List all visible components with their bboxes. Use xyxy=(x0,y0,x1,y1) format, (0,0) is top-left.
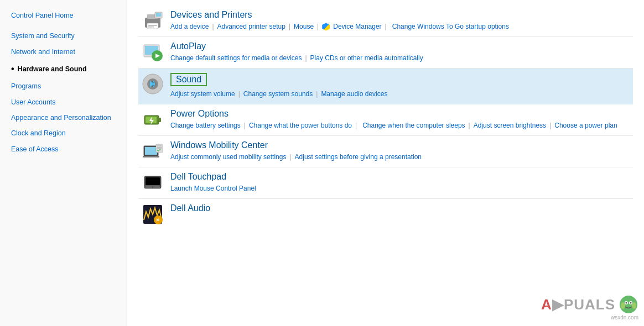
play-cds-link[interactable]: Play CDs or other media automatically xyxy=(310,53,423,64)
svg-rect-6 xyxy=(156,13,161,17)
screen-brightness-link[interactable]: Adjust screen brightness xyxy=(474,120,546,131)
launch-mouse-panel-link[interactable]: Launch Mouse Control Panel xyxy=(170,183,256,194)
touchpad-title[interactable]: Dell Touchpad xyxy=(170,172,630,182)
change-default-settings-link[interactable]: Change default settings for media or dev… xyxy=(170,53,302,64)
svg-rect-15 xyxy=(159,118,161,122)
watermark-logo: A▶PUALS xyxy=(541,296,615,313)
computer-sleeps-link[interactable]: Change when the computer sleeps xyxy=(362,120,465,131)
add-device-link[interactable]: Add a device xyxy=(170,22,209,32)
devices-printers-links: Add a device | Advanced printer setup | … xyxy=(170,22,630,32)
sound-title[interactable]: Sound xyxy=(176,75,201,84)
section-dell-touchpad: Dell Touchpad Launch Mouse Control Panel xyxy=(138,167,633,199)
sidebar-item-hardware-sound[interactable]: Hardware and Sound xyxy=(0,60,127,78)
sidebar-item-appearance[interactable]: Appearance and Personalization xyxy=(0,111,127,126)
sidebar-item-programs[interactable]: Programs xyxy=(0,78,127,94)
sound-title-box: Sound xyxy=(170,73,207,86)
windows-to-go-link[interactable]: Change Windows To Go startup options xyxy=(392,22,509,32)
svg-rect-2 xyxy=(147,23,158,29)
svg-rect-3 xyxy=(148,25,157,26)
manage-audio-link[interactable]: Manage audio devices xyxy=(321,89,387,99)
section-devices-printers: Devices and Printers Add a device | Adva… xyxy=(138,6,633,37)
autoplay-links: Change default settings for media or dev… xyxy=(170,53,630,64)
power-icon xyxy=(142,109,164,131)
watermark-mascot-icon xyxy=(619,295,638,314)
svg-point-38 xyxy=(632,302,636,309)
section-sound: Sound Adjust system volume | Change syst… xyxy=(138,69,633,104)
adjust-volume-link[interactable]: Adjust system volume xyxy=(170,89,235,99)
dell-audio-icon xyxy=(142,203,164,225)
svg-rect-28 xyxy=(153,186,160,188)
power-content: Power Options Change battery settings | … xyxy=(170,109,630,131)
section-autoplay: AutoPlay Change default settings for med… xyxy=(138,37,633,69)
dell-audio-title[interactable]: Dell Audio xyxy=(170,203,630,213)
mobility-links: Adjust commonly used mobility settings |… xyxy=(170,152,630,162)
svg-point-36 xyxy=(630,302,632,304)
watermark: A▶PUALS wsxdn.com xyxy=(541,295,638,320)
sidebar-item-user-accounts[interactable]: User Accounts xyxy=(0,94,127,111)
power-links: Change battery settings | Change what th… xyxy=(170,120,630,131)
change-sounds-link[interactable]: Change system sounds xyxy=(243,89,313,99)
autoplay-title[interactable]: AutoPlay xyxy=(170,41,630,51)
svg-rect-20 xyxy=(143,156,159,157)
power-plan-link[interactable]: Choose a power plan xyxy=(554,120,617,131)
power-buttons-link[interactable]: Change what the power buttons do xyxy=(249,120,352,131)
watermark-site: wsxdn.com xyxy=(611,314,638,320)
sound-links: Adjust system volume | Change system sou… xyxy=(170,89,630,99)
dell-audio-content: Dell Audio xyxy=(170,203,630,215)
touchpad-links: Launch Mouse Control Panel xyxy=(170,183,630,194)
mobility-content: Windows Mobility Center Adjust commonly … xyxy=(170,140,630,162)
section-power-options: Power Options Change battery settings | … xyxy=(138,104,633,136)
sidebar-item-control-panel-home[interactable]: Control Panel Home xyxy=(0,8,127,24)
touchpad-content: Dell Touchpad Launch Mouse Control Panel xyxy=(170,172,630,194)
svg-rect-4 xyxy=(148,27,154,28)
section-mobility-center: Windows Mobility Center Adjust commonly … xyxy=(138,136,633,167)
touchpad-icon xyxy=(142,172,164,194)
advanced-printer-setup-link[interactable]: Advanced printer setup xyxy=(217,22,285,32)
sidebar-item-clock-region[interactable]: Clock and Region xyxy=(0,125,127,141)
sound-icon xyxy=(142,73,164,95)
sidebar-item-ease-access[interactable]: Ease of Access xyxy=(0,141,127,157)
sidebar: Control Panel Home System and Security N… xyxy=(0,0,127,326)
svg-rect-27 xyxy=(146,186,153,188)
svg-point-35 xyxy=(626,302,627,304)
sidebar-item-network-internet[interactable]: Network and Internet xyxy=(0,44,127,60)
mobility-title[interactable]: Windows Mobility Center xyxy=(170,140,630,150)
presentation-link[interactable]: Adjust settings before giving a presenta… xyxy=(295,152,422,162)
main-content: Devices and Printers Add a device | Adva… xyxy=(127,0,644,326)
shield-icon xyxy=(322,23,330,31)
autoplay-icon xyxy=(142,41,164,64)
sidebar-item-system-security[interactable]: System and Security xyxy=(0,28,127,44)
power-title[interactable]: Power Options xyxy=(170,109,630,119)
sound-content: Sound Adjust system volume | Change syst… xyxy=(170,73,630,99)
change-battery-link[interactable]: Change battery settings xyxy=(170,120,241,131)
svg-rect-26 xyxy=(146,177,160,185)
mobility-icon xyxy=(142,140,164,162)
autoplay-content: AutoPlay Change default settings for med… xyxy=(170,41,630,64)
svg-rect-19 xyxy=(145,147,157,155)
mobility-settings-link[interactable]: Adjust commonly used mobility settings xyxy=(170,152,286,162)
device-manager-link[interactable]: Device Manager xyxy=(333,22,381,32)
mouse-link[interactable]: Mouse xyxy=(294,22,314,32)
devices-printers-icon xyxy=(142,10,164,32)
section-dell-audio: Dell Audio xyxy=(138,199,633,230)
devices-printers-content: Devices and Printers Add a device | Adva… xyxy=(170,10,630,32)
devices-printers-title[interactable]: Devices and Printers xyxy=(170,10,630,20)
svg-point-37 xyxy=(621,302,625,309)
